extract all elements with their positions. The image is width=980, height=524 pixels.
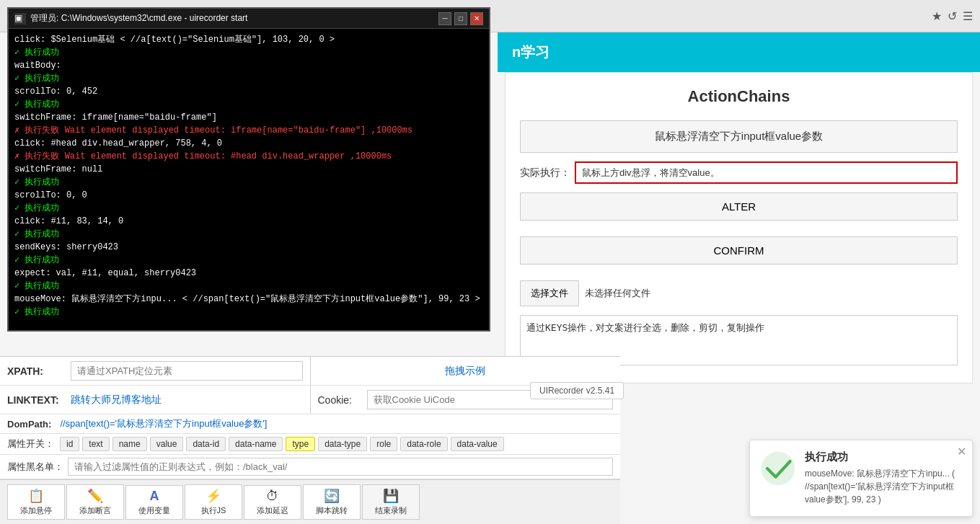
stop-record-icon: 💾 bbox=[383, 488, 399, 504]
cmd-line: switchFrame: null bbox=[14, 163, 483, 176]
page-title: n学习 bbox=[512, 43, 549, 62]
cmd-line: waitBody: bbox=[14, 59, 483, 72]
cmd-line: ✗ 执行失败 Wait element displayed timeout: #… bbox=[14, 150, 483, 163]
attr-tag-data-name[interactable]: data-name bbox=[229, 437, 283, 451]
attr-tag-name[interactable]: name bbox=[112, 437, 147, 451]
cmd-line: scrollTo: 0, 452 bbox=[14, 85, 483, 98]
attr-toggle-row: 属性开关： id text name value data-id data-na… bbox=[0, 434, 620, 455]
attr-tag-type[interactable]: type bbox=[286, 437, 315, 451]
action-chains-title: ActionChains bbox=[520, 87, 958, 106]
exec-js-icon: ⚡ bbox=[206, 488, 221, 504]
linktext-row: LINKTEXT: 跳转大师兄博客地址 Cookie: bbox=[0, 386, 620, 414]
use-var-button[interactable]: A 使用变量 bbox=[125, 485, 183, 520]
attr-tag-data-role[interactable]: data-role bbox=[400, 437, 447, 451]
success-check-icon bbox=[760, 450, 796, 487]
cmd-line: ✓ 执行成功 bbox=[14, 98, 483, 111]
add-assert-icon: ✏️ bbox=[87, 488, 103, 504]
attr-tag-data-value[interactable]: data-value bbox=[451, 437, 504, 451]
cmd-line: ✓ 执行成功 bbox=[14, 254, 483, 267]
script-jump-button[interactable]: 🔄 脚本跳转 bbox=[303, 484, 361, 520]
linktext-label: LINKTEXT: bbox=[7, 394, 65, 406]
cmd-icon: ▣ bbox=[14, 13, 26, 25]
bottom-toolbar: 📋 添加悬停 ✏️ 添加断言 A 使用变量 ⚡ 执行JS ⏱ 添加延迟 🔄 脚本 bbox=[0, 479, 620, 524]
script-jump-label: 脚本跳转 bbox=[316, 505, 348, 516]
menu-icon[interactable]: ☰ bbox=[963, 9, 973, 23]
dompath-row: DomPath: //span[text()='鼠标悬浮清空下方input框va… bbox=[0, 414, 620, 434]
add-delay-button[interactable]: ⏱ 添加延迟 bbox=[244, 485, 301, 520]
confirm-btn-row: CONFIRM bbox=[520, 236, 958, 272]
cmd-line: click: $Selenium基础 < //a[text()="Seleniu… bbox=[14, 33, 483, 46]
cmd-line: ✓ 执行成功 bbox=[14, 72, 483, 85]
attr-tag-data-id[interactable]: data-id bbox=[186, 437, 226, 451]
linktext-value[interactable]: 跳转大师兄博客地址 bbox=[71, 394, 162, 407]
cmd-window: ▣ 管理员: C:\Windows\system32\cmd.exe - uir… bbox=[7, 7, 490, 332]
alter-btn-row: ALTER bbox=[520, 192, 958, 228]
action-input[interactable] bbox=[575, 161, 958, 184]
script-jump-icon: 🔄 bbox=[324, 488, 340, 504]
cmd-maximize-btn[interactable]: □ bbox=[454, 12, 467, 25]
uirecorder-version: UIRecorder v2.5.41 bbox=[539, 386, 614, 396]
exec-js-label: 执行JS bbox=[201, 505, 226, 516]
attr-tag-id[interactable]: id bbox=[60, 437, 79, 451]
add-assert-button[interactable]: ✏️ 添加断言 bbox=[66, 484, 124, 520]
attr-tag-value[interactable]: value bbox=[150, 437, 184, 451]
use-var-label: 使用变量 bbox=[138, 505, 170, 516]
cmd-controls: ─ □ ✕ bbox=[438, 12, 483, 25]
success-notification: ✕ 执行成功 mouseMove: 鼠标悬浮清空下方inpu... ( //sp… bbox=[749, 440, 973, 517]
drag-example-link[interactable]: 拖拽示例 bbox=[445, 365, 485, 378]
stop-record-button[interactable]: 💾 结束录制 bbox=[362, 484, 420, 520]
success-title: 执行成功 bbox=[805, 450, 962, 464]
cmd-line: sendKeys: sherry0423 bbox=[14, 241, 483, 254]
cmd-close-btn[interactable]: ✕ bbox=[470, 12, 483, 25]
add-hover-button[interactable]: 📋 添加悬停 bbox=[7, 484, 65, 520]
bottom-area: XPATH: 拖拽示例 LINKTEXT: 跳转大师兄博客地址 Cookie: … bbox=[0, 356, 620, 524]
xpath-label: XPATH: bbox=[7, 365, 65, 377]
cmd-line: click: #i1, 83, 14, 0 bbox=[14, 215, 483, 228]
add-assert-label: 添加断言 bbox=[79, 505, 111, 516]
input-label: 实际执行： bbox=[520, 166, 570, 179]
hover-button[interactable]: 鼠标悬浮清空下方input框value参数 bbox=[520, 120, 958, 153]
action-chains-panel: ActionChains 鼠标悬浮清空下方input框value参数 实际执行：… bbox=[505, 72, 973, 383]
cmd-line: ✓ 执行成功 bbox=[14, 280, 483, 293]
attr-blacklist-input[interactable] bbox=[68, 458, 613, 476]
star-icon[interactable]: ★ bbox=[932, 9, 942, 23]
add-delay-icon: ⏱ bbox=[266, 489, 279, 504]
cmd-line: scrollTo: 0, 0 bbox=[14, 189, 483, 202]
dompath-value: //span[text()='鼠标悬浮清空下方input框value参数'] bbox=[60, 417, 267, 430]
add-hover-icon: 📋 bbox=[28, 488, 44, 504]
cmd-minimize-btn[interactable]: ─ bbox=[438, 12, 451, 25]
dompath-label: DomPath: bbox=[7, 419, 51, 430]
hover-btn-row: 鼠标悬浮清空下方input框value参数 bbox=[520, 120, 958, 153]
uirecorder-badge: UIRecorder v2.5.41 bbox=[530, 382, 624, 399]
success-close-btn[interactable]: ✕ bbox=[957, 445, 966, 458]
cookie-label: Cookie: bbox=[318, 394, 361, 406]
page-header: n学习 bbox=[498, 32, 980, 72]
cmd-line: expect: val, #i1, equal, sherry0423 bbox=[14, 267, 483, 280]
success-text: mouseMove: 鼠标悬浮清空下方inpu... ( //span[text… bbox=[805, 467, 962, 506]
xpath-input[interactable] bbox=[71, 361, 303, 381]
file-button[interactable]: 选择文件 bbox=[520, 280, 579, 306]
cmd-line: ✓ 执行成功 bbox=[14, 46, 483, 59]
attr-tag-data-type[interactable]: data-type bbox=[318, 437, 367, 451]
add-hover-label: 添加悬停 bbox=[20, 505, 52, 516]
alter-button[interactable]: ALTER bbox=[520, 192, 958, 221]
exec-js-button[interactable]: ⚡ 执行JS bbox=[185, 484, 242, 520]
cmd-titlebar: ▣ 管理员: C:\Windows\system32\cmd.exe - uir… bbox=[9, 9, 489, 29]
input-inline: 实际执行： bbox=[520, 161, 958, 184]
cmd-line: ✗ 执行失败 Wait element displayed timeout: i… bbox=[14, 124, 483, 137]
refresh-icon[interactable]: ↺ bbox=[948, 9, 957, 23]
confirm-button[interactable]: CONFIRM bbox=[520, 236, 958, 265]
cmd-line: ✓ 执行成功 bbox=[14, 228, 483, 241]
xpath-section: XPATH: bbox=[0, 357, 310, 385]
cmd-title-text: 管理员: C:\Windows\system32\cmd.exe - uirec… bbox=[30, 12, 247, 25]
cmd-body: click: $Selenium基础 < //a[text()="Seleniu… bbox=[9, 29, 489, 330]
cmd-line: mouseMove: 鼠标悬浮清空下方inpu... < //span[text… bbox=[14, 293, 483, 306]
xpath-row: XPATH: 拖拽示例 bbox=[0, 357, 620, 386]
attr-tag-role[interactable]: role bbox=[370, 437, 397, 451]
use-var-icon: A bbox=[150, 489, 159, 504]
cmd-line: ✓ 执行成功 bbox=[14, 306, 483, 319]
cmd-line: click: #head div.head_wrapper, 758, 4, 0 bbox=[14, 137, 483, 150]
cmd-title: ▣ 管理员: C:\Windows\system32\cmd.exe - uir… bbox=[14, 12, 247, 25]
attr-tag-text[interactable]: text bbox=[82, 437, 109, 451]
success-content: 执行成功 mouseMove: 鼠标悬浮清空下方inpu... ( //span… bbox=[805, 450, 962, 506]
